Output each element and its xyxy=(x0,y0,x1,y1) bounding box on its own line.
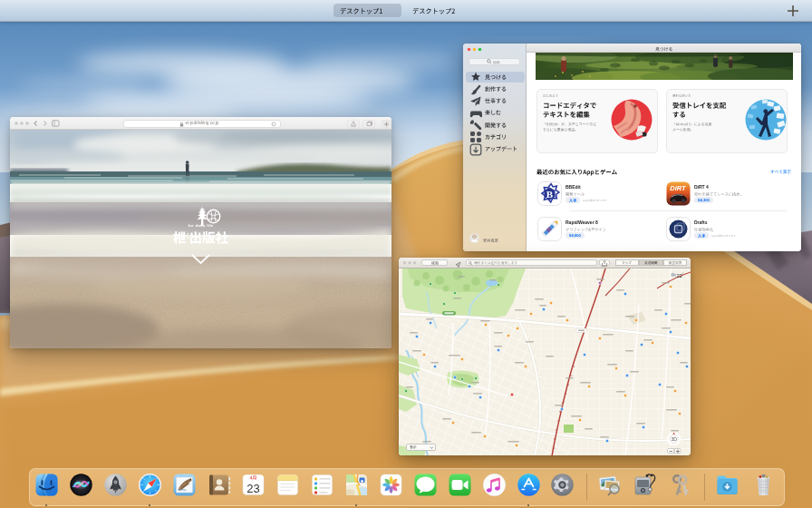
svg-text:DiRT: DiRT xyxy=(670,184,687,192)
svg-text:22: 22 xyxy=(677,272,682,278)
svg-text:B: B xyxy=(546,189,554,200)
svg-text:3D: 3D xyxy=(671,435,677,441)
svg-text:for daily life: for daily life xyxy=(188,223,213,228)
svg-text:23: 23 xyxy=(246,482,259,495)
